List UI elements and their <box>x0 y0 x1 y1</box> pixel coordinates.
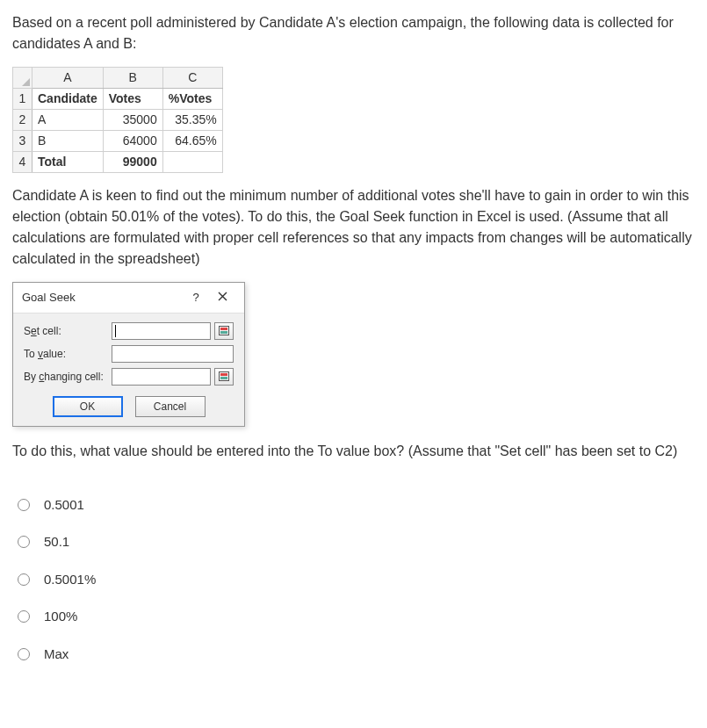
col-header-c[interactable]: C <box>162 68 222 89</box>
close-button[interactable] <box>209 289 235 306</box>
cell-c2[interactable]: 35.35% <box>162 110 222 131</box>
option-label: 0.5001% <box>44 570 96 590</box>
option-2[interactable]: 0.5001% <box>12 561 695 599</box>
col-header-a[interactable]: A <box>32 68 104 89</box>
svg-rect-2 <box>220 331 227 334</box>
option-0[interactable]: 0.5001 <box>12 487 695 524</box>
cell-a4[interactable]: Total <box>32 152 104 173</box>
radio-icon <box>18 648 30 660</box>
question-prompt: To do this, what value should be entered… <box>12 441 695 462</box>
ok-button[interactable]: OK <box>53 396 123 417</box>
cell-a2[interactable]: A <box>32 110 104 131</box>
answer-options: 0.5001 50.1 0.5001% 100% Max <box>12 487 695 674</box>
radio-icon <box>18 536 30 548</box>
dialog-titlebar: Goal Seek ? <box>13 283 244 314</box>
collapse-dialog-icon <box>219 371 229 381</box>
cell-b3[interactable]: 64000 <box>103 131 162 152</box>
goal-seek-dialog: Goal Seek ? Set cell: To value: By chang… <box>12 282 245 427</box>
cell-a3[interactable]: B <box>32 131 104 152</box>
by-changing-input[interactable] <box>112 368 211 386</box>
row-header-4[interactable]: 4 <box>13 152 32 173</box>
row-header-2[interactable]: 2 <box>13 110 32 131</box>
cell-c4[interactable] <box>162 152 222 173</box>
radio-icon <box>18 499 30 511</box>
to-value-label: To value: <box>24 346 112 362</box>
row-header-3[interactable]: 3 <box>13 131 32 152</box>
cancel-button[interactable]: Cancel <box>135 396 206 417</box>
col-header-b[interactable]: B <box>103 68 162 89</box>
excel-table-wrap: A B C 1 Candidate Votes %Votes 2 A 35000… <box>12 67 695 173</box>
set-cell-label: Set cell: <box>24 323 112 339</box>
by-changing-label: By changing cell: <box>24 369 112 385</box>
to-value-input[interactable] <box>112 345 234 363</box>
option-label: 100% <box>44 607 77 627</box>
option-label: Max <box>44 645 69 665</box>
row-header-1[interactable]: 1 <box>13 89 32 110</box>
option-4[interactable]: Max <box>12 636 695 674</box>
excel-table: A B C 1 Candidate Votes %Votes 2 A 35000… <box>12 67 223 173</box>
radio-icon <box>18 610 30 623</box>
option-label: 0.5001 <box>44 495 84 515</box>
option-1[interactable]: 50.1 <box>12 523 695 561</box>
cell-a1[interactable]: Candidate <box>32 89 104 110</box>
set-cell-input[interactable] <box>112 322 211 340</box>
question-middle: Candidate A is keen to find out the mini… <box>12 185 695 270</box>
option-label: 50.1 <box>44 532 69 552</box>
option-3[interactable]: 100% <box>12 598 695 636</box>
by-changing-ref-button[interactable] <box>214 368 234 386</box>
cell-b4[interactable]: 99000 <box>103 152 162 173</box>
cell-c1[interactable]: %Votes <box>162 89 222 110</box>
dialog-body: Set cell: To value: By changing cell: <box>13 314 244 426</box>
close-icon <box>218 292 227 301</box>
cell-b2[interactable]: 35000 <box>103 110 162 131</box>
svg-rect-1 <box>220 328 227 330</box>
select-all-corner[interactable] <box>13 68 32 89</box>
question-intro: Based on a recent poll administered by C… <box>12 12 695 54</box>
help-button[interactable]: ? <box>183 289 209 306</box>
svg-rect-4 <box>220 373 227 376</box>
svg-rect-5 <box>220 377 227 379</box>
radio-icon <box>18 573 30 586</box>
collapse-dialog-icon <box>219 326 229 335</box>
dialog-title-text: Goal Seek <box>22 289 183 306</box>
cell-c3[interactable]: 64.65% <box>162 131 222 152</box>
cell-b1[interactable]: Votes <box>103 89 162 110</box>
set-cell-ref-button[interactable] <box>214 322 234 340</box>
